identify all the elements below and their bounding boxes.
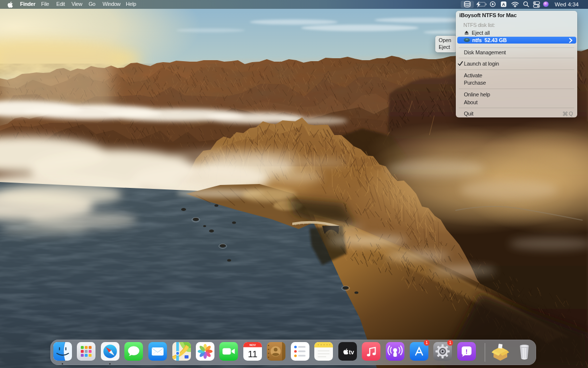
svg-text:Window: Window — [103, 1, 121, 7]
svg-text:tv: tv — [349, 349, 354, 356]
svg-text:!: ! — [465, 348, 467, 355]
svg-text:Wed 4:34: Wed 4:34 — [555, 1, 579, 7]
svg-text:1: 1 — [425, 340, 428, 345]
svg-text:11: 11 — [248, 349, 258, 359]
svg-text:Help: Help — [126, 1, 136, 7]
svg-text:A: A — [502, 2, 505, 7]
svg-text:1: 1 — [449, 340, 451, 345]
svg-text:Edit: Edit — [56, 1, 65, 7]
svg-text:View: View — [71, 1, 83, 7]
svg-text:File: File — [41, 1, 49, 7]
svg-text:NOV: NOV — [249, 344, 256, 346]
svg-text:Finder: Finder — [20, 1, 36, 7]
svg-text:Go: Go — [89, 1, 95, 7]
